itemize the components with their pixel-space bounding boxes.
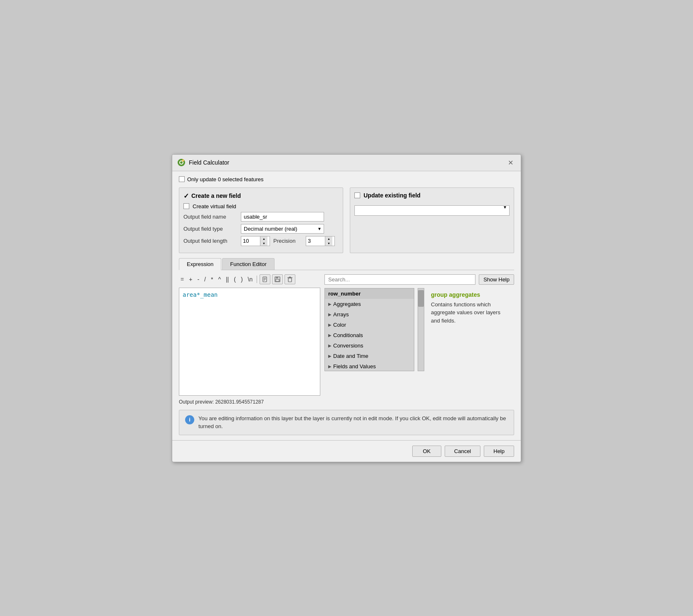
virtual-field-row: Create virtual field <box>183 203 339 209</box>
update-selected-label: Only update 0 selected features <box>187 176 264 182</box>
op-multiply[interactable]: * <box>209 275 215 283</box>
output-name-row: Output field name <box>183 212 339 222</box>
op-open-paren[interactable]: ( <box>232 275 238 283</box>
search-input[interactable] <box>324 274 475 285</box>
svg-rect-12 <box>288 278 292 282</box>
update-field-select[interactable] <box>354 205 510 216</box>
scroll-thumb[interactable] <box>418 290 424 307</box>
arrow-fields-values: ▶ <box>328 364 332 369</box>
delete-expression-btn[interactable] <box>285 274 295 284</box>
update-field-section: Update existing field <box>350 187 514 253</box>
func-item-aggregates[interactable]: ▶ Aggregates <box>325 299 414 309</box>
update-field-header: Update existing field <box>354 192 510 199</box>
precision-down[interactable]: ▼ <box>325 241 332 246</box>
function-list[interactable]: row_number ▶ Aggregates ▶ Arrays <box>324 288 414 371</box>
arrow-color: ▶ <box>328 323 332 327</box>
output-length-input[interactable] <box>241 237 260 245</box>
op-divide[interactable]: / <box>203 275 208 283</box>
svg-point-2 <box>180 161 183 164</box>
output-length-label: Output field length <box>183 238 238 244</box>
arrow-aggregates: ▶ <box>328 302 332 306</box>
toolbar-separator <box>257 276 257 283</box>
help-title: group aggregates <box>431 291 511 298</box>
help-panel: group aggregates Contains functions whic… <box>428 288 514 371</box>
func-item-color[interactable]: ▶ Color <box>325 320 414 330</box>
func-item-row-number[interactable]: row_number <box>325 288 414 299</box>
update-selected-checkbox-area[interactable]: Only update 0 selected features <box>179 176 264 182</box>
func-conditionals-label: Conditionals <box>333 332 363 338</box>
function-list-panel: row_number ▶ Aggregates ▶ Arrays <box>324 288 514 371</box>
ok-button[interactable]: OK <box>412 446 441 457</box>
op-equals[interactable]: = <box>179 275 186 283</box>
func-item-datetime[interactable]: ▶ Date and Time <box>325 351 414 361</box>
func-item-fields-values[interactable]: ▶ Fields and Values <box>325 361 414 371</box>
output-length-spinbox-btns: ▲ ▼ <box>260 237 267 246</box>
info-bar: i You are editing information on this la… <box>179 410 514 435</box>
func-item-conversions[interactable]: ▶ Conversions <box>325 340 414 351</box>
svg-rect-10 <box>276 277 278 278</box>
output-type-row: Output field type Decimal number (real) <box>183 224 339 234</box>
tabs-bar: Expression Function Editor <box>179 258 514 270</box>
title-bar: Field Calculator ✕ <box>172 155 521 171</box>
bottom-bar: OK Cancel Help <box>172 440 521 462</box>
new-field-section: ✓ Create a new field Create virtual fiel… <box>179 187 343 253</box>
func-item-arrays[interactable]: ▶ Arrays <box>325 309 414 320</box>
update-field-checkbox[interactable] <box>354 192 360 198</box>
arrow-arrays: ▶ <box>328 312 332 317</box>
output-type-label: Output field type <box>183 226 238 232</box>
main-sections: ✓ Create a new field Create virtual fiel… <box>179 187 514 253</box>
arrow-conversions: ▶ <box>328 343 332 348</box>
cancel-button[interactable]: Cancel <box>445 446 480 457</box>
function-list-scrollbar[interactable] <box>418 288 424 371</box>
op-caret[interactable]: ^ <box>216 275 223 283</box>
op-newline[interactable]: \n <box>246 275 255 283</box>
function-list-container: row_number ▶ Aggregates ▶ Arrays <box>324 288 414 371</box>
virtual-field-label: Create virtual field <box>193 203 236 209</box>
info-icon: i <box>185 415 194 424</box>
help-button[interactable]: Help <box>484 446 514 457</box>
tab-function-editor[interactable]: Function Editor <box>222 258 274 270</box>
expression-textarea[interactable]: area*_mean <box>179 288 320 396</box>
save-icon <box>275 276 280 282</box>
show-help-button[interactable]: Show Help <box>479 274 514 285</box>
op-close-paren[interactable]: ) <box>239 275 245 283</box>
op-minus[interactable]: - <box>196 275 201 283</box>
search-row: Show Help <box>324 274 514 285</box>
dialog-title: Field Calculator <box>189 159 229 166</box>
svg-rect-11 <box>276 279 279 281</box>
new-expression-btn[interactable] <box>260 274 270 284</box>
op-or[interactable]: || <box>224 275 230 283</box>
precision-up[interactable]: ▲ <box>325 237 332 241</box>
expression-editor-panel: = + - / * ^ || ( ) \n <box>179 274 320 405</box>
update-selected-checkbox[interactable] <box>179 176 185 182</box>
output-length-down[interactable]: ▼ <box>260 241 267 246</box>
output-length-spinbox[interactable]: ▲ ▼ <box>241 236 270 246</box>
close-button[interactable]: ✕ <box>505 158 516 168</box>
field-calculator-dialog: Field Calculator ✕ Only update 0 selecte… <box>172 154 521 462</box>
precision-spinbox-btns: ▲ ▼ <box>325 237 332 246</box>
expression-toolbar: = + - / * ^ || ( ) \n <box>179 274 320 284</box>
update-field-title: Update existing field <box>364 192 421 199</box>
virtual-field-checkbox[interactable] <box>183 203 189 209</box>
output-length-up[interactable]: ▲ <box>260 237 267 241</box>
precision-input[interactable] <box>306 237 325 245</box>
output-name-input[interactable] <box>241 212 324 222</box>
output-preview: Output preview: 2628031.9545571287 <box>179 399 320 405</box>
func-fields-values-label: Fields and Values <box>333 363 376 370</box>
dialog-body: Only update 0 selected features ✓ Create… <box>172 171 521 440</box>
output-type-select-wrapper[interactable]: Decimal number (real) <box>241 224 324 234</box>
tab-expression[interactable]: Expression <box>179 258 221 270</box>
func-color-label: Color <box>333 322 346 328</box>
op-plus[interactable]: + <box>187 275 194 283</box>
output-type-select[interactable]: Decimal number (real) <box>241 224 324 234</box>
output-name-label: Output field name <box>183 214 238 220</box>
func-conversions-label: Conversions <box>333 342 363 349</box>
func-item-conditionals[interactable]: ▶ Conditionals <box>325 330 414 340</box>
expression-area: = + - / * ^ || ( ) \n <box>179 274 514 405</box>
update-field-dropdown-wrapper[interactable] <box>354 199 510 216</box>
new-field-title: Create a new field <box>191 192 241 199</box>
new-file-icon <box>262 276 268 282</box>
precision-spinbox[interactable]: ▲ ▼ <box>306 236 335 246</box>
arrow-conditionals: ▶ <box>328 333 332 338</box>
save-expression-btn[interactable] <box>272 274 283 284</box>
